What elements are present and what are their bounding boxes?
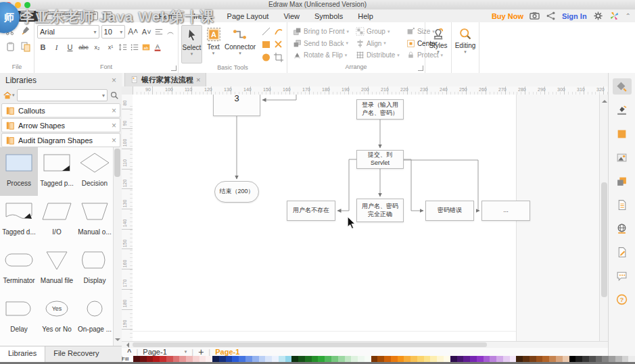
color-swatch[interactable] xyxy=(410,356,417,362)
annotation-icon[interactable] xyxy=(613,244,632,260)
color-swatch[interactable] xyxy=(404,356,410,362)
arrange-bring-to-front[interactable]: Bring to Front▾ xyxy=(293,26,349,36)
scroll-up-icon[interactable] xyxy=(602,97,607,103)
arrange-rotate-flip[interactable]: Rotate & Flip▾ xyxy=(293,50,349,60)
color-swatch[interactable] xyxy=(186,356,193,362)
color-swatch[interactable] xyxy=(325,356,331,362)
share-icon[interactable] xyxy=(546,11,556,21)
menu-tab-view[interactable]: View xyxy=(277,11,306,22)
comment-icon[interactable] xyxy=(613,267,632,284)
color-swatch[interactable] xyxy=(596,356,603,362)
text-tool-button[interactable]: A Text▾ xyxy=(204,25,223,63)
flow-node-submit[interactable]: 提交、到Servlet xyxy=(356,150,404,169)
color-swatch[interactable] xyxy=(549,356,556,362)
sign-in-link[interactable]: Sign In xyxy=(562,12,587,20)
color-swatch[interactable] xyxy=(279,356,285,362)
shapes-icon[interactable] xyxy=(613,173,632,189)
panel-tab-file-recovery[interactable]: File Recovery xyxy=(45,346,107,363)
document-tab-close-icon[interactable]: × xyxy=(196,76,200,84)
color-swatch[interactable] xyxy=(285,356,292,362)
highlight-color-icon[interactable]: ab xyxy=(141,43,151,52)
color-swatch[interactable] xyxy=(312,356,319,362)
library-shape-tagged-p-[interactable]: Tagged p... xyxy=(38,147,76,196)
color-swatch[interactable] xyxy=(305,356,312,362)
color-swatch[interactable] xyxy=(179,356,186,362)
library-shape-display[interactable]: Display xyxy=(76,244,114,293)
vertical-scroll-thumb[interactable] xyxy=(601,182,607,297)
format-painter-icon[interactable] xyxy=(21,25,31,36)
color-swatch[interactable] xyxy=(199,356,206,362)
color-swatch[interactable] xyxy=(470,356,477,362)
color-swatch[interactable] xyxy=(542,356,549,362)
color-swatch[interactable] xyxy=(516,356,523,362)
color-swatch[interactable] xyxy=(463,356,470,362)
text-arc-icon[interactable] xyxy=(166,27,175,36)
line-spacing-icon[interactable] xyxy=(118,43,128,52)
undo-icon[interactable] xyxy=(46,11,55,20)
library-section-close-icon[interactable]: × xyxy=(112,137,116,144)
color-swatch[interactable] xyxy=(147,356,154,362)
menu-tab-symbols[interactable]: Symbols xyxy=(308,11,349,22)
color-swatch[interactable] xyxy=(477,356,484,362)
color-swatch[interactable] xyxy=(364,356,371,362)
color-swatch[interactable] xyxy=(318,356,325,362)
libraries-close-icon[interactable]: × xyxy=(112,77,116,84)
bold-button[interactable]: B xyxy=(37,43,49,51)
library-section-arrow-shapes[interactable]: Arrow Shapes× xyxy=(1,118,120,132)
color-swatch[interactable] xyxy=(490,356,496,362)
color-swatch[interactable] xyxy=(331,356,338,362)
color-swatch[interactable] xyxy=(424,356,431,362)
editing-button[interactable]: Editing▾ xyxy=(454,25,476,73)
underline-button[interactable]: U xyxy=(64,43,76,51)
redo-icon[interactable] xyxy=(60,11,70,20)
font-family-select[interactable]: Arial▾ xyxy=(37,25,99,38)
line-style-icon[interactable] xyxy=(613,102,632,118)
app-logo-icon[interactable] xyxy=(609,11,619,21)
color-swatch[interactable] xyxy=(510,356,517,362)
color-swatch[interactable] xyxy=(615,356,622,362)
color-swatch[interactable] xyxy=(391,356,398,362)
font-color-icon[interactable]: A xyxy=(153,43,162,52)
paste-icon[interactable] xyxy=(5,41,16,52)
vertical-scrollbar[interactable] xyxy=(599,95,609,341)
color-swatch[interactable] xyxy=(622,356,629,362)
arrange-group[interactable]: Group▾ xyxy=(356,26,400,36)
color-swatch[interactable] xyxy=(358,356,364,362)
color-swatch[interactable] xyxy=(166,356,173,362)
library-shape-delay[interactable]: Delay xyxy=(0,293,38,342)
color-swatch[interactable] xyxy=(345,356,352,362)
ellipse-tool-icon[interactable] xyxy=(261,52,272,63)
color-swatch[interactable] xyxy=(377,356,384,362)
font-dialog-launcher[interactable] xyxy=(171,66,177,71)
text-align-icon[interactable] xyxy=(154,27,164,36)
horizontal-scroll-thumb[interactable] xyxy=(133,342,487,347)
color-swatch[interactable] xyxy=(272,356,279,362)
line-tool-icon[interactable] xyxy=(261,26,272,37)
color-swatch[interactable] xyxy=(457,356,464,362)
strikethrough-button[interactable]: abc xyxy=(78,44,89,51)
flow-node-login[interactable]: 登录（输入用户名、密码） xyxy=(356,99,404,120)
fill-color-icon[interactable] xyxy=(613,126,632,142)
color-swatch[interactable] xyxy=(575,356,582,362)
color-swatch[interactable] xyxy=(563,356,569,362)
settings-gear-icon[interactable] xyxy=(593,11,603,21)
flow-node-end[interactable]: 结束（200） xyxy=(214,181,259,203)
library-section-audit-diagram-shapes[interactable]: Audit Diagram Shapes× xyxy=(1,133,120,147)
color-swatch[interactable] xyxy=(556,356,563,362)
color-swatch[interactable] xyxy=(245,356,252,362)
arrange-dialog-launcher[interactable] xyxy=(418,66,423,71)
color-swatch[interactable] xyxy=(582,356,589,362)
scroll-down-icon[interactable] xyxy=(115,338,120,344)
arrange-align[interactable]: Align▾ xyxy=(356,38,400,49)
page-tab-active[interactable]: Page-1 xyxy=(215,348,239,356)
format-shape-icon[interactable] xyxy=(613,78,632,95)
color-swatch[interactable] xyxy=(523,356,530,362)
increase-font-icon[interactable]: A˄ xyxy=(127,27,139,36)
color-swatch[interactable] xyxy=(193,356,199,362)
italic-button[interactable]: I xyxy=(51,43,62,51)
help-icon[interactable]: ? xyxy=(613,291,632,307)
arrange-distribute[interactable]: Distribute▾ xyxy=(356,50,400,60)
color-swatch[interactable] xyxy=(133,356,140,362)
color-swatch[interactable] xyxy=(444,356,450,362)
color-swatch[interactable] xyxy=(450,356,457,362)
